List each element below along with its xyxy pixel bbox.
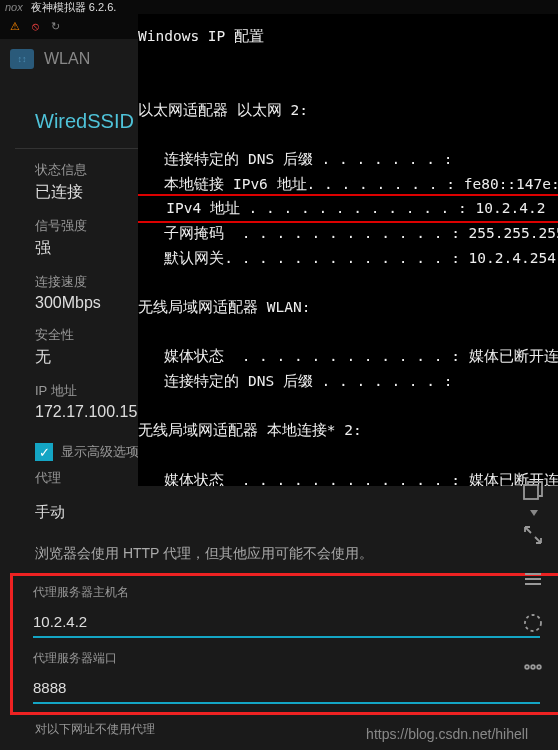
more-button[interactable] <box>520 654 546 680</box>
warning-icon: ⚠ <box>8 20 22 34</box>
term-line: 连接特定的 DNS 后缀 . . . . . . . : <box>138 373 453 389</box>
watermark: https://blog.csdn.net/hihell <box>366 726 528 742</box>
term-line: 无线局域网适配器 本地连接* 2: <box>138 422 362 438</box>
term-line: 媒体状态 . . . . . . . . . . . . : 媒体已断开连接 <box>138 472 558 486</box>
highlight-box: 代理服务器主机名 代理服务器端口 <box>10 573 558 715</box>
multi-window-button[interactable] <box>520 478 546 504</box>
proxy-port-label: 代理服务器端口 <box>33 650 540 667</box>
term-line: 媒体状态 . . . . . . . . . . . . : 媒体已断开连接 <box>138 348 558 364</box>
term-ipv6: fe80::147e:9f7 <box>464 176 558 192</box>
wlan-title: WLAN <box>44 50 90 68</box>
emulator-logo: nox <box>5 1 23 13</box>
sync-icon: ↻ <box>48 20 62 34</box>
loading-icon[interactable] <box>520 610 546 636</box>
svg-rect-0 <box>524 485 538 499</box>
svg-point-3 <box>531 665 535 669</box>
term-line: 无线局域网适配器 WLAN: <box>138 299 310 315</box>
proxy-value: 手动 <box>35 503 65 522</box>
term-line: Windows IP 配置 <box>138 28 264 44</box>
proxy-note: 浏览器会使用 HTTP 代理，但其他应用可能不会使用。 <box>15 535 558 573</box>
term-line: 连接特定的 DNS 后缀 . . . . . . . : <box>138 151 453 167</box>
checkbox-icon[interactable]: ✓ <box>35 443 53 461</box>
term-line: 以太网适配器 以太网 2: <box>138 102 308 118</box>
proxy-host-label: 代理服务器主机名 <box>33 584 540 601</box>
no-sim-icon: ⦸ <box>28 20 42 34</box>
cmd-terminal: Windows IP 配置 以太网适配器 以太网 2: 连接特定的 DNS 后缀… <box>138 14 558 486</box>
menu-button[interactable] <box>520 566 546 592</box>
proxy-dropdown[interactable]: 手动 <box>35 490 538 535</box>
proxy-port-input[interactable] <box>33 673 540 704</box>
proxy-host-input[interactable] <box>33 607 540 638</box>
term-line: 默认网关. . . . . . . . . . . . . : 10.2.4.2… <box>138 250 556 266</box>
fullscreen-button[interactable] <box>520 522 546 548</box>
svg-point-4 <box>537 665 541 669</box>
term-ipv4-label: IPv4 地址 . . . . . . . . . . . . : <box>140 200 467 216</box>
term-ipv4-value: 10.2.4.2 <box>467 200 558 216</box>
emulator-right-toolbar <box>508 470 558 680</box>
term-line: 本地链接 IPv6 地址. . . . . . . . : <box>138 176 455 192</box>
ipv4-highlight: IPv4 地址 . . . . . . . . . . . . : 10.2.4… <box>138 194 558 223</box>
term-line: 子网掩码 . . . . . . . . . . . . : 255.255.2… <box>138 225 558 241</box>
svg-point-1 <box>525 615 541 631</box>
svg-point-2 <box>525 665 529 669</box>
wlan-toggle-icon[interactable]: ↕↕ <box>10 49 34 69</box>
bypass-input[interactable] <box>35 744 538 750</box>
show-advanced-label: 显示高级选项 <box>61 443 139 461</box>
emulator-title: 夜神模拟器 6.2.6. <box>31 0 117 15</box>
emulator-titlebar: nox 夜神模拟器 6.2.6. <box>0 0 558 14</box>
